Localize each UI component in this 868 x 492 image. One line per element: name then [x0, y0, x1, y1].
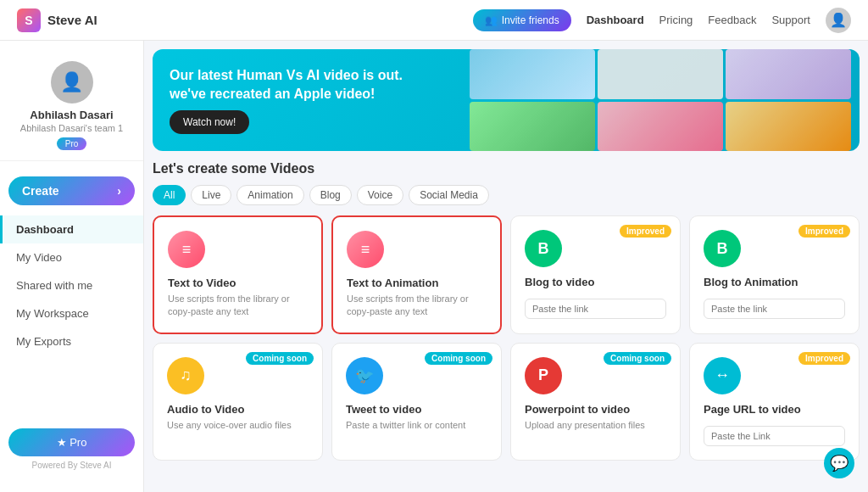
nav-pricing[interactable]: Pricing	[659, 14, 693, 26]
pro-badge: Pro	[57, 137, 87, 150]
page-url-input[interactable]	[704, 426, 845, 446]
nav-dashboard[interactable]: Dashboard	[587, 14, 644, 26]
card-title-text-to-animation: Text to Animation	[347, 277, 487, 289]
filter-tab-blog[interactable]: Blog	[309, 185, 352, 205]
profile-avatar: 👤	[51, 61, 93, 103]
banner-image-2	[598, 49, 723, 99]
sidebar-item-shared[interactable]: Shared with me	[0, 271, 143, 299]
card-title-tweet-to-video: Tweet to video	[346, 403, 487, 416]
invite-friends-button[interactable]: 👥 Invite friends	[473, 9, 571, 31]
nav-support[interactable]: Support	[771, 14, 810, 26]
banner: Our latest Human Vs AI video is out. we'…	[153, 49, 860, 151]
filter-tab-live[interactable]: Live	[191, 185, 231, 205]
logo-text: Steve AI	[47, 13, 97, 27]
chat-bubble-button[interactable]: 💬	[824, 448, 854, 478]
filter-tab-voice[interactable]: Voice	[357, 185, 403, 205]
tweet-to-video-icon: 🐦	[346, 357, 383, 394]
text-to-animation-icon: ≡	[347, 231, 384, 268]
avatar-icon: 👤	[830, 12, 847, 28]
blog-to-video-input[interactable]	[525, 299, 666, 319]
create-button[interactable]: Create ›	[8, 176, 135, 205]
card-tweet-to-video[interactable]: Coming soon 🐦 Tweet to video Paste a twi…	[331, 343, 502, 461]
text-to-video-icon: ≡	[168, 231, 205, 268]
pro-upgrade-button[interactable]: ★ Pro	[8, 428, 135, 456]
invite-icon: 👥	[485, 14, 498, 26]
sidebar-item-workspace[interactable]: My Workspace	[0, 299, 143, 327]
avatar[interactable]: 👤	[826, 8, 851, 33]
sidebar-item-exports[interactable]: My Exports	[0, 327, 143, 355]
banner-image-6	[726, 102, 851, 152]
banner-images	[470, 49, 851, 151]
header-right: 👥 Invite friends Dashboard Pricing Feedb…	[473, 8, 851, 33]
card-title-powerpoint-to-video: Powerpoint to video	[525, 403, 666, 416]
card-desc-text-to-animation: Use scripts from the library or copy-pas…	[347, 293, 487, 319]
badge-coming-tweet: Coming soon	[425, 352, 492, 365]
audio-to-video-icon: ♫	[167, 357, 204, 394]
header-nav: Dashboard Pricing Feedback Support	[587, 14, 810, 26]
banner-text: Our latest Human Vs AI video is out. we'…	[170, 66, 403, 135]
blog-to-video-icon: B	[525, 230, 562, 267]
badge-coming-powerpoint: Coming soon	[604, 352, 671, 365]
banner-image-5	[598, 102, 723, 152]
card-page-url-to-video[interactable]: Improved ↔ Page URL to video	[689, 343, 860, 461]
powerpoint-to-video-icon: P	[525, 357, 562, 394]
section-title: Let's create some Videos	[153, 161, 860, 176]
card-title-audio-to-video: Audio to Video	[167, 403, 309, 416]
cards-grid: ≡ Text to Video Use scripts from the lib…	[153, 215, 860, 461]
sidebar-item-dashboard[interactable]: Dashboard	[0, 215, 143, 243]
badge-improved-blog-video: Improved	[620, 225, 671, 238]
card-desc-tweet-to-video: Paste a twitter link or content	[346, 419, 487, 432]
badge-improved-blog-animation: Improved	[798, 225, 850, 238]
sidebar-nav: Dashboard My Video Shared with me My Wor…	[0, 212, 143, 359]
card-audio-to-video[interactable]: Coming soon ♫ Audio to Video Use any voi…	[153, 343, 323, 461]
card-title-blog-to-animation: Blog to Animation	[704, 276, 845, 288]
sidebar-bottom: ★ Pro Powered By Steve AI	[0, 420, 143, 478]
blog-to-animation-icon: B	[704, 230, 741, 267]
card-text-to-video[interactable]: ≡ Text to Video Use scripts from the lib…	[153, 215, 323, 334]
card-desc-text-to-video: Use scripts from the library or copy-pas…	[168, 293, 308, 319]
card-text-to-animation[interactable]: ≡ Text to Animation Use scripts from the…	[331, 215, 502, 334]
nav-feedback[interactable]: Feedback	[708, 14, 756, 26]
card-title-blog-to-video: Blog to video	[525, 276, 666, 288]
main-layout: 👤 Abhilash Dasari Abhilash Dasari's team…	[0, 41, 868, 492]
logo: S Steve AI	[17, 8, 97, 32]
filter-tab-animation[interactable]: Animation	[236, 185, 303, 205]
card-desc-audio-to-video: Use any voice-over audio files	[167, 419, 309, 432]
card-blog-to-video[interactable]: Improved B Blog to video	[510, 215, 681, 334]
sidebar-item-my-video[interactable]: My Video	[0, 243, 143, 271]
page-url-to-video-icon: ↔	[704, 357, 741, 394]
profile-name: Abhilash Dasari	[8, 109, 135, 121]
banner-image-1	[470, 49, 595, 99]
card-powerpoint-to-video[interactable]: Coming soon P Powerpoint to video Upload…	[510, 343, 681, 461]
sidebar: 👤 Abhilash Dasari Abhilash Dasari's team…	[0, 41, 144, 492]
card-desc-powerpoint-to-video: Upload any presentation files	[525, 419, 666, 432]
filter-tab-all[interactable]: All	[153, 185, 186, 205]
banner-headline: Our latest Human Vs AI video is out. we'…	[170, 66, 403, 104]
videos-section: Let's create some Videos All Live Animat…	[144, 151, 868, 466]
card-blog-to-animation[interactable]: Improved B Blog to Animation	[689, 215, 860, 334]
sidebar-profile: 👤 Abhilash Dasari Abhilash Dasari's team…	[0, 54, 143, 161]
filter-tab-social[interactable]: Social Media	[409, 185, 489, 205]
watch-now-button[interactable]: Watch now!	[170, 110, 249, 134]
banner-image-3	[726, 49, 851, 99]
chevron-right-icon: ›	[117, 184, 121, 198]
powered-by: Powered By Steve AI	[8, 461, 135, 470]
main-content: Our latest Human Vs AI video is out. we'…	[144, 41, 868, 492]
badge-coming-audio: Coming soon	[246, 352, 314, 365]
chat-icon: 💬	[830, 454, 849, 472]
filter-tabs: All Live Animation Blog Voice Social Med…	[153, 185, 860, 205]
badge-improved-page-url: Improved	[798, 352, 850, 365]
profile-team: Abhilash Dasari's team 1	[8, 123, 135, 133]
logo-icon: S	[17, 8, 41, 32]
header: S Steve AI 👥 Invite friends Dashboard Pr…	[0, 0, 868, 41]
card-title-text-to-video: Text to Video	[168, 277, 308, 289]
blog-to-animation-input[interactable]	[704, 299, 845, 319]
banner-image-4	[470, 102, 595, 152]
card-title-page-url-to-video: Page URL to video	[704, 403, 845, 416]
avatar-silhouette: 👤	[60, 71, 83, 93]
